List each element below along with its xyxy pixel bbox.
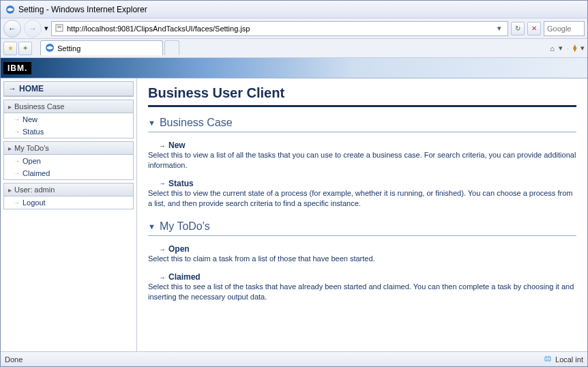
tab-page-icon (45, 43, 55, 54)
content-item-new: → New Select this to view a list of all … (159, 141, 576, 171)
title-rule (148, 105, 576, 107)
addfav-icon: ✦ (23, 44, 28, 52)
item-link-open[interactable]: → Open (159, 244, 576, 254)
item-title: Claimed (168, 272, 201, 282)
sidebar-item-new[interactable]: → New (4, 113, 133, 126)
sidebar-header-label: User: admin (14, 186, 55, 194)
item-link-new[interactable]: → New (159, 141, 576, 150)
item-link-status[interactable]: → Status (159, 179, 576, 188)
sidebar-home-label: HOME (19, 84, 44, 93)
chevron-down-icon: ▸ (8, 186, 12, 194)
search-box[interactable] (544, 21, 585, 36)
home-dropdown-icon[interactable]: ▾ (559, 44, 563, 53)
sidebar-item-logout[interactable]: → Logout (4, 196, 133, 209)
stop-button[interactable]: ✕ (527, 22, 541, 35)
search-input[interactable] (547, 25, 581, 33)
browser-tab-row: ★ ✦ Setting ⌂ ▾ · ⧫ ▾ (1, 39, 587, 58)
sidebar-header-todos[interactable]: ▸ My ToDo's (4, 142, 133, 155)
svg-rect-2 (57, 26, 61, 27)
ie-icon (5, 4, 16, 15)
arrow-icon: → (14, 128, 20, 135)
section-rule (148, 132, 576, 132)
sidebar-header-label: Business Case (14, 102, 64, 111)
status-bar: Done Local int (1, 351, 587, 366)
favorites-button[interactable]: ★ (3, 42, 17, 55)
item-title: Open (168, 244, 190, 254)
sidebar-section-business-case: ▸ Business Case → New → Status (3, 100, 134, 138)
item-desc: Select this to view a list of all the ta… (148, 150, 576, 171)
content-item-claimed: → Claimed Select this to see a list of t… (159, 272, 576, 302)
window-titlebar: Setting - Windows Internet Explorer (1, 1, 587, 18)
item-desc: Select this to claim a task from a list … (148, 254, 576, 264)
item-link-claimed[interactable]: → Claimed (159, 272, 576, 282)
window-title: Setting - Windows Internet Explorer (18, 5, 147, 14)
item-title: New (168, 141, 186, 150)
sidebar-item-open[interactable]: → Open (4, 155, 133, 167)
arrow-icon: → (8, 84, 16, 93)
arrow-icon: → (159, 246, 166, 253)
content-item-status: → Status Select this to view the current… (159, 179, 576, 209)
sidebar-header-label: My ToDo's (14, 144, 49, 152)
browser-tab[interactable]: Setting (40, 40, 163, 55)
home-button[interactable]: ⌂ (550, 44, 555, 53)
chevron-down-icon: ▸ (8, 145, 12, 152)
sidebar-home-box: → HOME (3, 81, 134, 97)
chevron-down-icon: ▸ (8, 103, 12, 111)
arrow-icon: → (14, 116, 20, 123)
item-desc: Select this to see a list of the tasks t… (148, 282, 576, 302)
sidebar-item-label: New (23, 115, 38, 123)
refresh-icon: ↻ (515, 25, 520, 32)
item-title: Status (168, 179, 194, 188)
sidebar-item-home[interactable]: → HOME (4, 82, 133, 96)
main-content: Business User Client ▼ Business Case → N… (137, 78, 587, 351)
page-title: Business User Client (148, 85, 576, 101)
back-button[interactable]: ← (3, 20, 21, 38)
feed-dropdown-icon[interactable]: ▾ (580, 44, 585, 53)
url-input[interactable] (67, 25, 491, 33)
sidebar-item-label: Open (23, 157, 41, 165)
arrow-icon: → (159, 142, 166, 149)
url-dropdown-icon[interactable]: ▾ (494, 24, 505, 33)
sidebar-section-user: ▸ User: admin → Logout (3, 183, 134, 209)
add-favorite-button[interactable]: ✦ (18, 42, 32, 55)
favstar-icon: ★ (8, 44, 14, 52)
tab-title: Setting (57, 44, 80, 53)
forward-button[interactable]: → (24, 20, 42, 38)
sidebar-section-todos: ▸ My ToDo's → Open → Claimed (3, 141, 134, 180)
sidebar: → HOME ▸ Business Case → New → (1, 78, 137, 351)
sidebar-item-label: Claimed (23, 169, 50, 177)
arrow-icon: → (159, 179, 166, 187)
section-header-business-case[interactable]: ▼ Business Case (148, 117, 576, 129)
sidebar-item-status[interactable]: → Status (4, 126, 133, 138)
address-bar[interactable]: ▾ (51, 21, 508, 36)
sidebar-item-claimed[interactable]: → Claimed (4, 167, 133, 179)
globe-icon (543, 354, 553, 365)
section-title: Business Case (160, 117, 233, 129)
sidebar-header-user[interactable]: ▸ User: admin (4, 184, 133, 196)
feed-button[interactable]: ⧫ (573, 44, 576, 53)
section-header-todos[interactable]: ▼ My ToDo's (148, 220, 576, 233)
status-left: Done (5, 355, 23, 364)
section-title: My ToDo's (160, 220, 210, 233)
item-desc: Select this to view the current state of… (148, 188, 576, 209)
back-icon: ← (8, 24, 16, 33)
section-rule (148, 235, 576, 236)
sidebar-header-business-case[interactable]: ▸ Business Case (4, 100, 133, 113)
refresh-button[interactable]: ↻ (511, 22, 525, 35)
app-banner: IBM. (1, 58, 587, 78)
content-item-open: → Open Select this to claim a task from … (159, 244, 576, 264)
status-right: Local int (555, 355, 583, 364)
new-tab-button[interactable] (164, 40, 179, 55)
arrow-icon: → (159, 274, 166, 281)
arrow-icon: → (14, 199, 20, 206)
page-icon (55, 23, 64, 34)
twisty-open-icon: ▼ (148, 119, 156, 127)
separator: · (567, 44, 569, 53)
svg-rect-3 (57, 27, 61, 28)
forward-icon: → (29, 24, 37, 33)
sidebar-item-label: Logout (23, 199, 46, 207)
nav-history-dropdown-icon[interactable]: ▾ (44, 24, 48, 33)
browser-nav-row: ← → ▾ ▾ ↻ ✕ (1, 18, 587, 39)
ibm-logo: IBM. (3, 62, 31, 74)
arrow-icon: → (14, 158, 20, 164)
